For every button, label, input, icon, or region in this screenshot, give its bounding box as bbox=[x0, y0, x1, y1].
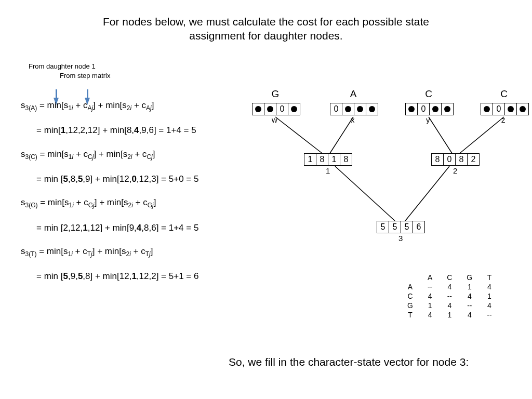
equation-s3T: s3(T) = min[s1i + cTj] + min[s2i + cTj] bbox=[21, 246, 198, 258]
equation-s3A: s3(A) = min[s1i + cAj] + min[s2i + cAj] bbox=[21, 100, 198, 112]
leaf-label-A: A bbox=[348, 88, 358, 100]
svg-line-5 bbox=[405, 166, 449, 221]
equation-s3C: s3(C) = min[s1i + cCj] + min[s2i + cCj] bbox=[21, 149, 198, 161]
annotation-step-matrix: From step matrix bbox=[60, 72, 111, 79]
state-vector-y: 0 bbox=[405, 103, 454, 115]
svg-line-3 bbox=[460, 117, 504, 153]
slide-title: For nodes below, we must calculate the c… bbox=[0, 15, 532, 43]
equation-s3T-result: = min [5,9,5,8] + min[12,1,12,2] = 5+1 =… bbox=[21, 271, 198, 282]
leaf-label-C1: C bbox=[423, 88, 434, 100]
svg-line-4 bbox=[335, 166, 395, 221]
tree-diagram: G A C C 0 0 0 0 w x y z 1818 8082 5556 1… bbox=[244, 88, 525, 270]
leaf-name-w: w bbox=[272, 115, 277, 124]
equation-s3C-result: = min [5,8,5,9] + min[12,0,12,3] = 5+0 =… bbox=[21, 174, 198, 184]
annotation-daughter: From daughter node 1 bbox=[29, 62, 96, 70]
equation-s3G: s3(G) = min[s1i + cGj] + min[s2i + cGj] bbox=[21, 197, 198, 209]
step-matrix-table: ACGTA--414C4--41G14--4T414-- bbox=[400, 273, 499, 320]
equation-s3A-result: = min[1,12,2,12] + min[8,4,9,6] = 1+4 = … bbox=[21, 125, 198, 136]
state-vector-n2: 8082 bbox=[431, 153, 480, 166]
tree-edges bbox=[244, 88, 525, 270]
footer-text: So, we fill in the character-state vecto… bbox=[229, 356, 469, 368]
state-vector-n3: 5556 bbox=[377, 221, 425, 233]
leaf-name-y: y bbox=[426, 115, 430, 124]
leaf-name-x: x bbox=[351, 115, 355, 124]
state-vector-n1: 1818 bbox=[304, 153, 352, 166]
leaf-label-C2: C bbox=[499, 88, 509, 100]
svg-line-2 bbox=[429, 117, 452, 153]
svg-line-1 bbox=[330, 117, 353, 153]
state-vector-x: 0 bbox=[330, 103, 378, 115]
equations-block: s3(A) = min[s1i + cAj] + min[s2i + cAj] … bbox=[21, 100, 198, 295]
state-vector-z: 0 bbox=[481, 103, 529, 115]
node-label-2: 2 bbox=[453, 166, 457, 175]
state-vector-w: 0 bbox=[252, 103, 300, 115]
leaf-name-z: z bbox=[501, 115, 506, 124]
svg-line-0 bbox=[275, 117, 322, 153]
leaf-label-G: G bbox=[270, 88, 281, 100]
node-label-3: 3 bbox=[398, 234, 403, 243]
equation-s3G-result: = min [2,12,1,12] + min[9,4,8,6] = 1+4 =… bbox=[21, 222, 198, 233]
node-label-1: 1 bbox=[326, 166, 330, 175]
